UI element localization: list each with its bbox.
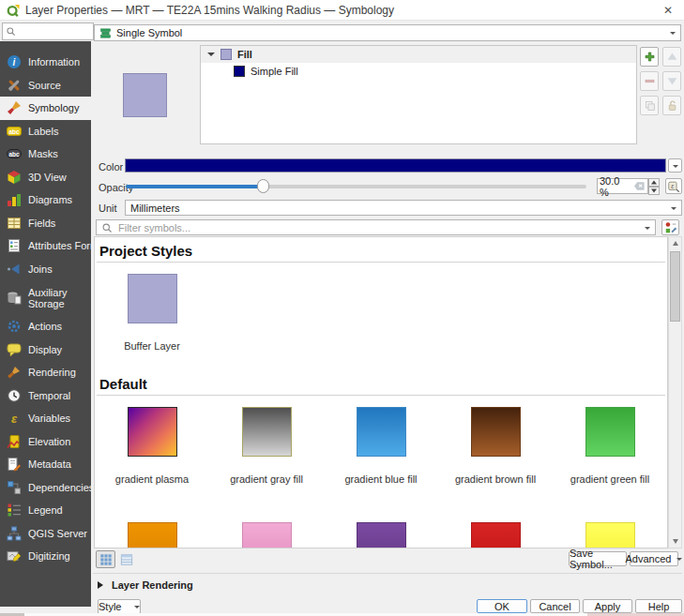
sidebar-item-variables[interactable]: εVariables (0, 407, 91, 430)
filter-symbols-box[interactable] (96, 219, 656, 235)
symbol-item-gradient-blue-fill[interactable]: gradient blue fill (324, 407, 438, 485)
single-symbol-icon (99, 27, 112, 39)
lock-color-button[interactable] (662, 96, 681, 115)
chevron-down-icon (134, 606, 140, 611)
sidebar-item-auxiliary-storage[interactable]: Auxiliary Storage (0, 280, 91, 315)
clear-icon[interactable] (633, 181, 646, 191)
close-button[interactable]: ✕ (652, 0, 684, 21)
advanced-label: Advanced (626, 553, 672, 564)
sidebar-item-diagrams[interactable]: Diagrams (0, 188, 91, 212)
symbol-item[interactable] (324, 522, 438, 548)
sidebar-item-source[interactable]: Source (0, 74, 91, 98)
scrollbar-thumb[interactable] (670, 251, 680, 322)
symbol-grid: gradient plasmagradient gray fillgradien… (95, 407, 667, 485)
advanced-button[interactable]: Advanced (630, 551, 678, 566)
style-manager-button[interactable] (661, 219, 679, 235)
symbol-item[interactable] (553, 522, 667, 548)
apply-button[interactable]: Apply (583, 599, 632, 613)
tree-row-label: Simple Fill (251, 66, 298, 77)
rendering-icon (7, 365, 22, 380)
filter-symbols-input[interactable] (116, 221, 641, 234)
sidebar-item-information[interactable]: iInformation (0, 51, 91, 74)
symbol-name: gradient green fill (570, 473, 649, 485)
sidebar-item-display[interactable]: Display (0, 338, 91, 362)
scrollbar-down-button[interactable] (669, 534, 681, 548)
sidebar-search[interactable] (2, 23, 94, 40)
sidebar-item-dependencies[interactable]: Dependencies (0, 476, 91, 500)
actions-icon (7, 319, 22, 334)
style-menu-button[interactable]: Style (98, 599, 141, 614)
grid-view-icon (99, 553, 113, 566)
sidebar-item-legend[interactable]: Legend (0, 499, 91, 522)
information-icon: i (7, 54, 22, 69)
icon-view-button[interactable] (96, 550, 115, 568)
color-picker-bar[interactable] (125, 158, 666, 173)
sidebar-item-fields[interactable]: Fields (0, 212, 91, 235)
sidebar-item-masks[interactable]: abcMasks (0, 143, 91, 166)
tree-row-fill[interactable]: Fill (201, 46, 636, 63)
elevation-icon (7, 434, 22, 449)
opacity-spinbox[interactable]: 30.0 % (597, 178, 648, 194)
layer-rendering-collapsible[interactable]: Layer Rendering (98, 579, 193, 591)
up-arrow-icon (651, 178, 657, 185)
sidebar-item-label: Masks (28, 148, 58, 159)
symbol-item[interactable] (209, 522, 324, 548)
chevron-down-icon (645, 227, 650, 233)
move-up-button[interactable] (662, 47, 681, 67)
help-button[interactable]: Help (635, 599, 682, 613)
cancel-button[interactable]: Cancel (530, 599, 580, 613)
color-dropdown-button[interactable] (668, 158, 682, 173)
tree-row-simple-fill[interactable]: Simple Fill (201, 63, 636, 80)
sidebar-item-metadata[interactable]: Metadata (0, 453, 91, 476)
sidebar-item-label: Display (28, 344, 62, 355)
sidebar-item-labels[interactable]: abcLabels (0, 120, 91, 143)
list-view-button[interactable] (116, 550, 136, 568)
collapsed-arrow-icon (98, 581, 107, 589)
symbol-swatch (128, 522, 177, 548)
symbol-browser: Project StylesBuffer LayerDefaultgradien… (94, 236, 668, 548)
save-symbol-button[interactable]: Save Symbol... (569, 551, 627, 566)
symbol-item-buffer-layer[interactable]: Buffer Layer (95, 274, 209, 352)
sidebar-item-3d-view[interactable]: 3D View (0, 166, 91, 189)
symbol-item-gradient-brown-fill[interactable]: gradient brown fill (438, 407, 553, 485)
spin-up-button[interactable] (648, 178, 660, 187)
sidebar-item-actions[interactable]: Actions (0, 315, 91, 338)
sidebar-item-label: Labels (28, 126, 58, 137)
symbol-item[interactable] (438, 522, 553, 548)
override-icon: ε (667, 180, 680, 193)
spin-down-button[interactable] (648, 187, 660, 195)
symbol-item-gradient-gray-fill[interactable]: gradient gray fill (209, 407, 324, 485)
sidebar-item-symbology[interactable]: Symbology (0, 97, 91, 120)
symbol-item[interactable] (95, 522, 209, 548)
up-arrow-icon (673, 238, 678, 246)
sidebar-item-qgis-server[interactable]: QGIS Server (0, 522, 91, 546)
expand-arrow-icon[interactable] (207, 53, 215, 60)
dependencies-icon (7, 480, 22, 495)
scrollbar[interactable] (668, 236, 682, 548)
data-defined-override-button[interactable]: ε (665, 178, 682, 194)
symbol-item-gradient-plasma[interactable]: gradient plasma (95, 407, 209, 485)
sidebar-item-digitizing[interactable]: Digitizing (0, 545, 91, 568)
duplicate-symbol-layer-button[interactable] (640, 96, 659, 115)
layer-properties-dialog: iInformationSourceSymbologyabcLabelsabcM… (0, 21, 684, 613)
add-symbol-layer-button[interactable] (640, 47, 659, 67)
renderer-select[interactable]: Single Symbol (94, 24, 681, 41)
sidebar-item-temporal[interactable]: Temporal (0, 384, 91, 408)
sidebar-item-label: Symbology (28, 102, 79, 113)
symbol-item-gradient-green-fill[interactable]: gradient green fill (553, 407, 667, 485)
sidebar-item-joins[interactable]: Joins (0, 258, 91, 281)
sidebar-item-rendering[interactable]: Rendering (0, 361, 91, 384)
sidebar-item-elevation[interactable]: Elevation (0, 430, 91, 454)
opacity-slider[interactable] (126, 178, 586, 194)
symbology-icon (7, 100, 22, 115)
remove-symbol-layer-button[interactable] (640, 71, 659, 91)
unit-select[interactable]: Millimeters (125, 200, 682, 216)
scrollbar-up-button[interactable] (669, 237, 681, 250)
sidebar-search-input[interactable] (18, 25, 85, 38)
display-icon (7, 342, 22, 357)
move-down-button[interactable] (662, 71, 681, 91)
tree-row-label: Fill (237, 49, 252, 60)
ok-button[interactable]: OK (477, 599, 527, 613)
sidebar-item-attributes-form[interactable]: Attributes Form (0, 234, 91, 258)
slider-handle[interactable] (257, 179, 269, 193)
